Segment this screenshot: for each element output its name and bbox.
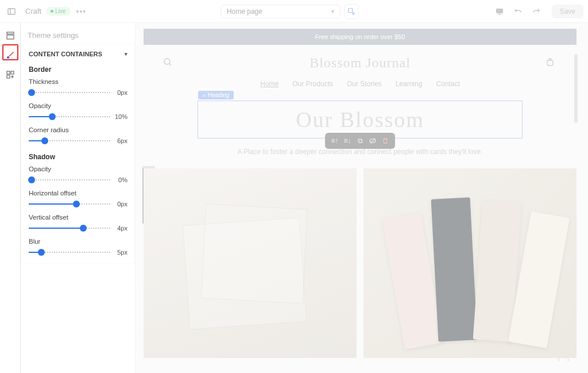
nav-products[interactable]: Our Products — [292, 80, 333, 88]
nav-home[interactable]: Home — [260, 80, 278, 88]
block-toolbar: ≡↑ ≡↓ ⧉ — [325, 133, 395, 149]
h-offset-slider[interactable]: 0px — [29, 199, 127, 209]
desktop-view-button[interactable] — [493, 5, 506, 18]
heading-text: Our Blossom — [198, 107, 522, 132]
topbar: Craft Live ••• Home page ▾ Save — [0, 0, 588, 23]
corner-radius-slider[interactable]: 6px — [29, 136, 127, 146]
undo-button[interactable] — [512, 5, 524, 18]
redo-button[interactable] — [530, 5, 543, 18]
prev-arrow[interactable]: ‹ — [558, 355, 560, 364]
svg-rect-4 — [7, 32, 14, 34]
svg-rect-0 — [8, 9, 15, 14]
duplicate-button[interactable]: ⧉ — [355, 136, 365, 146]
canvas-preview: Free shipping on order over $50 Blossom … — [140, 25, 580, 368]
blur-label: Blur — [29, 238, 127, 245]
shadow-opacity-label: Opacity — [29, 166, 127, 172]
product-card[interactable] — [363, 168, 577, 358]
delete-button[interactable] — [380, 136, 390, 146]
thickness-label: Thickness — [29, 78, 127, 85]
exit-editor-button[interactable] — [5, 5, 18, 18]
shadow-heading: Shadow — [29, 153, 127, 161]
live-badge: Live — [46, 7, 70, 16]
hero-subtext: A Place to foster a deeper connection an… — [198, 148, 523, 156]
svg-point-6 — [7, 56, 9, 59]
section-header[interactable]: CONTENT CONTAINERS ▾ — [29, 45, 127, 62]
block-type-badge: ⟐ Heading — [198, 91, 234, 99]
svg-rect-2 — [496, 9, 503, 13]
theme-settings-rail-button[interactable] — [2, 47, 18, 63]
next-arrow[interactable]: › — [567, 355, 570, 364]
canvas-scrollbar[interactable] — [574, 54, 578, 123]
cart-icon[interactable] — [546, 57, 557, 69]
opacity-slider[interactable]: 10% — [29, 111, 127, 122]
site-logo[interactable]: Blossom Journal — [310, 55, 411, 71]
svg-rect-3 — [498, 14, 501, 15]
save-button[interactable]: Save — [552, 5, 583, 18]
chevron-down-icon: ▾ — [331, 8, 334, 14]
nav-learning[interactable]: Learning — [396, 80, 423, 88]
product-card[interactable] — [144, 168, 357, 358]
apps-rail-button[interactable] — [2, 67, 18, 83]
blur-slider[interactable]: 5px — [29, 247, 127, 257]
nav-contact[interactable]: Contact — [436, 80, 459, 88]
hero-section: ⟐ Heading Our Blossom A Place to foster … — [140, 101, 580, 156]
panel-title: Theme settings — [21, 23, 135, 45]
svg-rect-7 — [7, 71, 10, 74]
content-containers-panel: CONTENT CONTAINERS ▾ Border Thickness 0p… — [22, 45, 134, 263]
shadow-opacity-slider[interactable]: 0% — [29, 175, 127, 185]
move-up-button[interactable]: ≡↑ — [330, 136, 340, 146]
h-offset-label: Horizontal offset — [29, 190, 127, 197]
svg-rect-1 — [349, 8, 353, 12]
opacity-label: Opacity — [29, 102, 127, 109]
site-header: Blossom Journal — [140, 45, 580, 78]
svg-rect-9 — [7, 75, 10, 78]
more-menu-button[interactable]: ••• — [76, 7, 87, 16]
inspector-button[interactable] — [344, 4, 359, 19]
carousel-pager: ‹ › — [558, 355, 570, 364]
corner-radius-label: Corner radius — [29, 126, 127, 133]
border-heading: Border — [29, 66, 127, 74]
product-grid: ✕ GET 10% OFF — [144, 168, 577, 358]
caret-down-icon: ▾ — [125, 51, 127, 57]
sections-rail-button[interactable] — [2, 28, 18, 44]
v-offset-label: Vertical offset — [29, 214, 127, 221]
search-icon[interactable] — [163, 57, 175, 69]
move-down-button[interactable]: ≡↓ — [342, 136, 353, 146]
hide-button[interactable] — [368, 136, 378, 146]
announcement-bar[interactable]: Free shipping on order over $50 — [144, 29, 577, 45]
nav-stories[interactable]: Our Stories — [347, 80, 382, 88]
left-rail — [0, 23, 21, 373]
svg-rect-8 — [11, 71, 14, 74]
svg-rect-11 — [547, 60, 553, 66]
theme-name: Craft — [25, 7, 41, 16]
v-offset-slider[interactable]: 4px — [29, 223, 127, 233]
svg-rect-5 — [7, 35, 14, 39]
page-selector-dropdown[interactable]: Home page ▾ — [220, 5, 341, 18]
svg-point-10 — [164, 59, 170, 64]
thickness-slider[interactable]: 0px — [29, 87, 127, 98]
